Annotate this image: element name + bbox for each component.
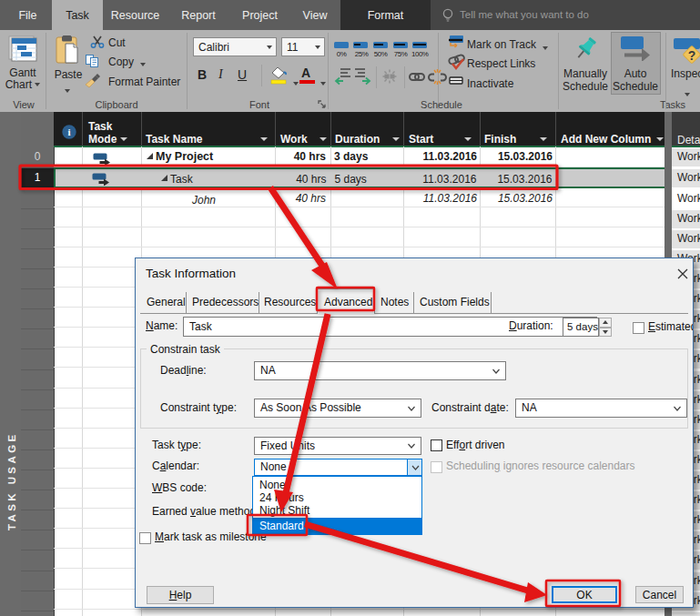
- svg-text:?: ?: [688, 48, 696, 63]
- svg-text:i: i: [67, 126, 70, 137]
